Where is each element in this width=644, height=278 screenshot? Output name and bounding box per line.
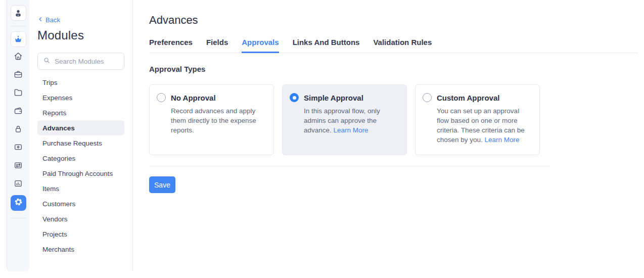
module-item-reports[interactable]: Reports — [37, 105, 124, 120]
search-input[interactable] — [55, 58, 119, 65]
card-custom-approval[interactable]: Custom Approval You can set up an approv… — [415, 84, 540, 155]
module-item-paid-through-accounts[interactable]: Paid Through Accounts — [37, 166, 124, 181]
tab-approvals[interactable]: Approvals — [242, 38, 279, 53]
settings-button-active[interactable] — [11, 195, 26, 211]
module-item-advances[interactable]: Advances — [37, 120, 124, 135]
tab-validation-rules[interactable]: Validation Rules — [373, 38, 432, 53]
search-box[interactable] — [37, 53, 124, 70]
search-icon — [43, 57, 51, 66]
back-label: Back — [45, 16, 60, 24]
card-description: You can set up an approval flow based on… — [437, 106, 532, 145]
section-divider — [149, 166, 550, 166]
crown-icon — [13, 34, 23, 44]
rail-divider-bottom — [11, 218, 26, 218]
lock-icon[interactable] — [13, 124, 23, 134]
radio-no-approval[interactable] — [157, 93, 166, 102]
main-content: Advances Preferences Fields Approvals Li… — [133, 0, 644, 278]
card-scan-icon[interactable] — [13, 142, 23, 152]
transactions-icon[interactable] — [13, 160, 23, 170]
learn-more-link[interactable]: Learn More — [485, 136, 520, 144]
page-title: Advances — [149, 14, 638, 27]
tab-fields[interactable]: Fields — [206, 38, 228, 53]
tab-bar: Preferences Fields Approvals Links And B… — [149, 38, 638, 53]
module-item-trips[interactable]: Trips — [37, 75, 124, 90]
tab-preferences[interactable]: Preferences — [149, 38, 193, 53]
module-item-expenses[interactable]: Expenses — [37, 90, 124, 105]
card-title: Simple Approval — [304, 94, 363, 102]
profile-icon — [13, 8, 23, 18]
card-title: No Approval — [171, 94, 216, 102]
chevron-left-icon — [37, 16, 43, 24]
save-button[interactable]: Save — [149, 176, 175, 193]
card-description: Record advances and apply them directly … — [171, 106, 266, 135]
card-description: In this approval flow, only admins can a… — [304, 106, 399, 135]
section-title: Approval Types — [149, 65, 638, 73]
radio-custom-approval[interactable] — [423, 93, 432, 102]
briefcase-icon[interactable] — [13, 69, 23, 79]
folder-icon[interactable] — [13, 87, 23, 98]
card-no-approval[interactable]: No Approval Record advances and apply th… — [149, 84, 274, 155]
back-link[interactable]: Back — [37, 16, 60, 24]
rail-divider — [11, 26, 26, 26]
card-simple-approval[interactable]: Simple Approval In this approval flow, o… — [282, 84, 407, 155]
profile-button[interactable] — [11, 5, 26, 21]
card-title: Custom Approval — [437, 94, 499, 102]
wallet-icon[interactable] — [13, 106, 23, 116]
admin-view-button[interactable] — [11, 31, 26, 47]
tab-links-and-buttons[interactable]: Links And Buttons — [293, 38, 360, 53]
icon-rail — [7, 0, 29, 271]
module-item-items[interactable]: Items — [37, 181, 124, 196]
modules-sidebar: Back Modules Trips Expenses Reports Adva… — [29, 0, 133, 271]
analytics-icon[interactable] — [13, 178, 23, 189]
module-item-vendors[interactable]: Vendors — [37, 211, 124, 226]
home-icon[interactable] — [13, 51, 23, 61]
module-item-customers[interactable]: Customers — [37, 196, 124, 211]
module-item-categories[interactable]: Categories — [37, 151, 124, 166]
radio-simple-approval[interactable] — [290, 93, 299, 102]
module-item-purchase-requests[interactable]: Purchase Requests — [37, 135, 124, 151]
module-item-merchants[interactable]: Merchants — [37, 242, 124, 257]
gear-icon — [14, 197, 23, 209]
module-item-projects[interactable]: Projects — [37, 226, 124, 242]
sidebar-title: Modules — [37, 28, 124, 42]
module-list: Trips Expenses Reports Advances Purchase… — [37, 75, 124, 257]
approval-type-cards: No Approval Record advances and apply th… — [149, 84, 638, 155]
learn-more-link[interactable]: Learn More — [334, 126, 369, 134]
